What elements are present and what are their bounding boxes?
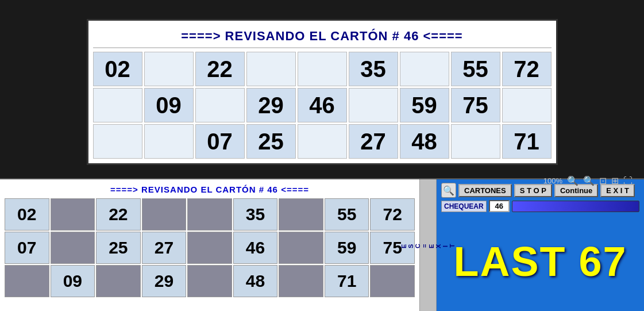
top-grid-cell: [349, 88, 398, 122]
esc-label: ESC=EXIT: [400, 243, 456, 248]
top-section: ====> REVISANDO EL CARTÓN # 46 <==== 022…: [0, 0, 644, 178]
actual-size-icon[interactable]: ⊞: [611, 175, 619, 186]
bottom-grid-cell: [51, 232, 95, 264]
top-card-title: ====> REVISANDO EL CARTÓN # 46 <====: [93, 25, 552, 48]
bottom-grid-cell: 07: [5, 232, 49, 264]
bottom-grid-cell: 71: [325, 265, 369, 297]
bottom-grid-cell: 35: [233, 198, 278, 231]
bottom-grid-cell: 09: [51, 265, 95, 297]
bottom-grid-cell: 48: [233, 265, 278, 297]
top-grid-cell: 55: [451, 52, 500, 86]
bottom-grid-cell: 02: [5, 198, 49, 231]
zoom-in-icon[interactable]: 🔍: [583, 175, 595, 186]
top-grid-cell: [144, 124, 194, 159]
bottom-grid-cell: [96, 265, 141, 297]
cartones-button[interactable]: CARTONES: [458, 184, 512, 197]
chequear-label: CHEQUEAR: [441, 201, 487, 212]
fit-screen-icon[interactable]: ⊡: [599, 175, 607, 186]
last-number-display: LAST 67: [441, 216, 639, 308]
top-grid-cell: 25: [246, 124, 296, 159]
top-bingo-grid: 022235557209294659750725274871: [93, 52, 552, 159]
bottom-grid-cell: [5, 265, 49, 297]
top-grid-cell: [451, 124, 500, 159]
top-grid-cell: 07: [195, 124, 245, 159]
bottom-grid-cell: 72: [370, 198, 415, 231]
bottom-grid-cell: [187, 265, 232, 297]
bottom-grid-cell: 55: [325, 198, 369, 231]
top-grid-cell: 71: [502, 124, 552, 159]
fullscreen-icon[interactable]: ⛶: [623, 176, 633, 186]
top-grid-cell: 29: [246, 88, 296, 122]
top-grid-cell: 09: [144, 88, 194, 122]
bottom-grid-cell: [370, 265, 415, 297]
top-grid-cell: [93, 88, 142, 122]
top-grid-cell: [144, 52, 194, 86]
esc-panel: ESC=EXIT: [419, 179, 437, 311]
last-label: LAST: [453, 239, 566, 285]
bottom-bingo-grid: 022235557207252746597509294871: [5, 198, 415, 308]
top-card-container: ====> REVISANDO EL CARTÓN # 46 <==== 022…: [87, 19, 558, 165]
controls-panel: 🔍 CARTONES S T O P Continue E X I T CHEQ…: [437, 179, 644, 311]
top-grid-cell: 35: [349, 52, 398, 86]
top-grid-cell: 22: [195, 52, 245, 86]
bottom-grid-cell: 25: [96, 232, 141, 264]
zoom-out-icon[interactable]: 🔍: [567, 175, 579, 186]
top-grid-cell: [400, 52, 449, 86]
bottom-grid-cell: [187, 232, 232, 264]
top-grid-cell: 27: [349, 124, 398, 159]
top-grid-cell: 48: [400, 124, 449, 159]
last-number: 67: [579, 239, 627, 285]
bottom-bingo-panel: ====> REVISANDO EL CARTÓN # 46 <==== 022…: [0, 179, 419, 311]
top-grid-cell: 02: [93, 52, 142, 86]
bottom-grid-cell: 29: [142, 265, 187, 297]
top-grid-cell: 72: [502, 52, 552, 86]
chequear-row: CHEQUEAR 46: [441, 200, 639, 212]
top-grid-cell: [246, 52, 296, 86]
top-grid-cell: 75: [451, 88, 500, 122]
bottom-card-title: ====> REVISANDO EL CARTÓN # 46 <====: [5, 183, 415, 196]
top-grid-cell: [502, 88, 552, 122]
magnifier-icon[interactable]: 🔍: [441, 183, 456, 198]
chequear-progress-bar: [512, 201, 639, 212]
bottom-section: ====> REVISANDO EL CARTÓN # 46 <==== 022…: [0, 178, 644, 311]
bottom-grid-cell: [279, 265, 323, 297]
top-grid-cell: [298, 52, 347, 86]
bottom-grid-cell: [187, 198, 232, 231]
chequear-value: 46: [489, 200, 510, 212]
bottom-grid-cell: [279, 198, 323, 231]
top-grid-cell: [93, 124, 142, 159]
bottom-grid-cell: 46: [233, 232, 278, 264]
bottom-grid-cell: 27: [142, 232, 187, 264]
bottom-grid-cell: 22: [96, 198, 141, 231]
bottom-grid-cell: [51, 198, 95, 231]
bottom-grid-cell: [142, 198, 187, 231]
zoom-bar: 100% 🔍 🔍 ⊡ ⊞ ⛶: [543, 175, 633, 186]
bottom-grid-cell: 59: [325, 232, 369, 264]
zoom-level: 100%: [543, 176, 562, 185]
top-grid-cell: 59: [400, 88, 449, 122]
top-grid-cell: [298, 124, 347, 159]
last-number-text: LAST 67: [453, 238, 627, 285]
bottom-grid-cell: [279, 232, 323, 264]
top-grid-cell: 46: [298, 88, 347, 122]
top-grid-cell: [195, 88, 245, 122]
